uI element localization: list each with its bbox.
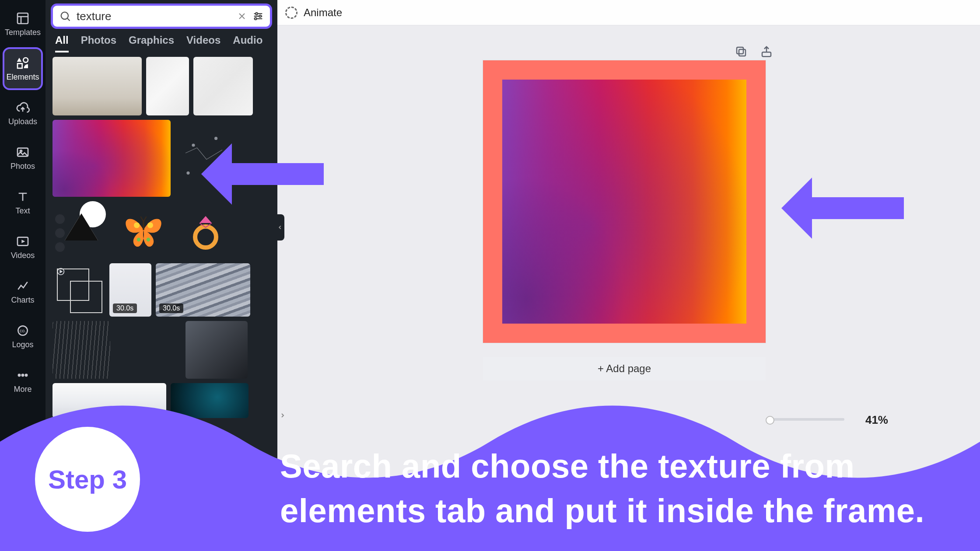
animate-icon bbox=[285, 7, 298, 19]
svg-point-20 bbox=[147, 222, 153, 228]
page-tools bbox=[733, 44, 774, 59]
svg-point-21 bbox=[137, 238, 141, 242]
svg-point-8 bbox=[18, 374, 20, 376]
zoom-slider[interactable] bbox=[766, 418, 844, 421]
badge-icon: co. bbox=[16, 324, 30, 338]
result-thumb[interactable] bbox=[52, 383, 166, 418]
cloud-up-icon bbox=[16, 101, 30, 115]
image-icon bbox=[16, 145, 30, 159]
svg-rect-26 bbox=[739, 49, 746, 56]
svg-rect-25 bbox=[737, 47, 743, 54]
rail-videos[interactable]: Videos bbox=[3, 226, 43, 269]
frame-content[interactable] bbox=[502, 80, 746, 324]
result-thumb[interactable] bbox=[115, 201, 172, 259]
svg-point-9 bbox=[22, 374, 24, 376]
svg-rect-27 bbox=[762, 52, 771, 56]
add-page-button[interactable]: + Add page bbox=[483, 357, 766, 380]
left-rail: Templates Elements Uploads Photos Text bbox=[0, 0, 46, 551]
result-thumb[interactable] bbox=[146, 57, 189, 115]
rail-label: Templates bbox=[5, 28, 41, 37]
tab-videos[interactable]: Videos bbox=[186, 34, 220, 52]
zoom-readout: 41% bbox=[865, 413, 888, 427]
svg-rect-2 bbox=[18, 63, 22, 68]
svg-point-18 bbox=[186, 171, 189, 174]
canvas-toolbar: Animate bbox=[277, 0, 980, 25]
result-thumb[interactable] bbox=[115, 321, 181, 379]
rail-text[interactable]: Text bbox=[3, 181, 43, 224]
chevron-right-icon[interactable] bbox=[279, 412, 288, 418]
annotation-arrow-left bbox=[192, 139, 332, 209]
rail-photos[interactable]: Photos bbox=[3, 136, 43, 179]
layout-icon bbox=[16, 11, 30, 25]
animate-button[interactable]: Animate bbox=[304, 7, 342, 19]
result-thumb[interactable]: 30.0s bbox=[156, 263, 250, 317]
rail-logos[interactable]: co. Logos bbox=[3, 315, 43, 358]
tab-all[interactable]: All bbox=[55, 34, 69, 52]
result-thumb[interactable] bbox=[52, 321, 110, 379]
tab-graphics[interactable]: Graphics bbox=[129, 34, 174, 52]
svg-rect-0 bbox=[18, 13, 28, 24]
svg-point-23 bbox=[195, 227, 216, 248]
dots-icon bbox=[16, 368, 30, 382]
design-frame[interactable] bbox=[483, 60, 766, 343]
search-icon bbox=[59, 10, 71, 22]
video-duration-badge: 30.0s bbox=[159, 303, 183, 313]
texture-image[interactable] bbox=[502, 80, 746, 324]
tab-photos[interactable]: Photos bbox=[81, 34, 116, 52]
result-thumb[interactable] bbox=[52, 57, 142, 115]
svg-text:co.: co. bbox=[20, 328, 26, 333]
results-grid: 30.0s 30.0s bbox=[46, 52, 277, 418]
rail-uploads[interactable]: Uploads bbox=[3, 92, 43, 135]
panel-collapse-handle[interactable] bbox=[276, 214, 284, 241]
rail-label: Elements bbox=[6, 73, 39, 82]
svg-point-14 bbox=[255, 18, 257, 20]
result-thumb[interactable] bbox=[52, 263, 105, 317]
result-thumb[interactable]: 30.0s bbox=[109, 263, 151, 317]
close-icon[interactable] bbox=[234, 8, 250, 24]
svg-point-19 bbox=[134, 222, 140, 228]
canvas-area: Animate + Add page 41% bbox=[277, 0, 980, 551]
rail-label: Photos bbox=[10, 162, 35, 171]
rail-label: More bbox=[14, 385, 32, 394]
rail-label: Text bbox=[15, 206, 30, 216]
svg-point-1 bbox=[23, 58, 28, 63]
sliders-icon[interactable] bbox=[250, 8, 266, 24]
duplicate-icon[interactable] bbox=[733, 44, 749, 59]
export-icon[interactable] bbox=[759, 44, 774, 59]
search-input[interactable] bbox=[77, 10, 234, 23]
elements-panel: All Photos Graphics Videos Audio bbox=[46, 0, 277, 551]
svg-point-10 bbox=[25, 374, 27, 376]
filter-tabs: All Photos Graphics Videos Audio bbox=[46, 29, 277, 52]
rail-charts[interactable]: Charts bbox=[3, 270, 43, 313]
svg-point-13 bbox=[259, 15, 261, 17]
rail-templates[interactable]: Templates bbox=[3, 3, 43, 45]
rail-more[interactable]: More bbox=[3, 359, 43, 402]
result-thumb[interactable] bbox=[177, 201, 234, 259]
annotation-arrow-right bbox=[773, 173, 913, 243]
svg-point-22 bbox=[147, 238, 150, 242]
svg-point-24 bbox=[58, 269, 64, 275]
rail-label: Charts bbox=[11, 296, 34, 305]
text-icon bbox=[16, 190, 30, 204]
rail-label: Videos bbox=[11, 251, 35, 260]
search-box bbox=[51, 3, 272, 29]
svg-point-11 bbox=[61, 12, 68, 19]
result-thumb[interactable] bbox=[186, 321, 248, 379]
shapes-icon bbox=[16, 56, 30, 70]
result-thumb[interactable] bbox=[52, 201, 110, 259]
result-thumb[interactable] bbox=[171, 383, 248, 418]
rail-elements[interactable]: Elements bbox=[3, 47, 43, 90]
svg-point-12 bbox=[256, 13, 258, 15]
chart-icon bbox=[16, 279, 30, 293]
result-thumb[interactable] bbox=[193, 57, 253, 115]
play-icon bbox=[16, 234, 30, 248]
tab-audio[interactable]: Audio bbox=[233, 34, 262, 52]
rail-label: Uploads bbox=[8, 117, 37, 126]
rail-label: Logos bbox=[12, 340, 33, 349]
video-duration-badge: 30.0s bbox=[113, 303, 137, 313]
result-thumb-selected[interactable] bbox=[52, 120, 171, 197]
